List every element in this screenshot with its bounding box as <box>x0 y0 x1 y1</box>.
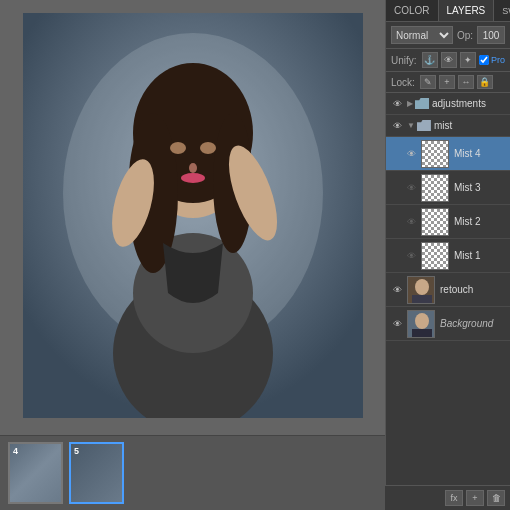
thumbnail-5[interactable]: 5 <box>69 442 124 504</box>
tab-layers[interactable]: LAYERS <box>439 0 495 21</box>
tab-bar: COLOR LAYERS SWATC... <box>386 0 510 22</box>
lock-position-btn[interactable]: + <box>439 75 455 89</box>
layer-mist3[interactable]: 👁 Mist 3 <box>386 171 510 205</box>
pro-checkbox: Pro <box>479 55 505 65</box>
expand-adjustments[interactable]: ▶ <box>407 99 413 108</box>
layer-mist4[interactable]: 👁 Mist 4 <box>386 137 510 171</box>
unify-visibility-btn[interactable]: 👁 <box>441 52 457 68</box>
unify-label: Unify: <box>391 55 417 66</box>
expand-mist[interactable]: ▼ <box>407 121 415 130</box>
opacity-input[interactable] <box>477 26 505 44</box>
unify-style-btn[interactable]: ✦ <box>460 52 476 68</box>
visibility-mist3[interactable]: 👁 <box>404 181 418 195</box>
blend-mode-select[interactable]: Normal <box>391 26 453 44</box>
visibility-mist4[interactable]: 👁 <box>404 147 418 161</box>
visibility-mist[interactable]: 👁 <box>390 119 404 133</box>
name-background: Background <box>440 318 506 329</box>
layer-mist1[interactable]: 👁 Mist 1 <box>386 239 510 273</box>
svg-rect-19 <box>412 329 432 338</box>
thumb-mist2 <box>421 208 449 236</box>
svg-point-8 <box>170 142 186 154</box>
photo-container <box>23 13 363 418</box>
add-fx-btn[interactable]: fx <box>445 490 463 506</box>
lock-row: Lock: ✎ + ↔ 🔒 <box>386 72 510 93</box>
unify-row: Unify: ⚓ 👁 ✦ Pro <box>386 49 510 72</box>
thumb-mist4 <box>421 140 449 168</box>
pro-check[interactable] <box>479 55 489 65</box>
name-retouch: retouch <box>440 284 506 295</box>
thumb-background <box>407 310 435 338</box>
lock-label: Lock: <box>391 77 415 88</box>
thumb-mist3 <box>421 174 449 202</box>
thumb-retouch <box>407 276 435 304</box>
visibility-mist1[interactable]: 👁 <box>404 249 418 263</box>
new-layer-btn[interactable]: + <box>466 490 484 506</box>
tab-color[interactable]: COLOR <box>386 0 439 21</box>
layer-group-mist[interactable]: 👁 ▼ mist <box>386 115 510 137</box>
pro-label: Pro <box>491 55 505 65</box>
tab-swatches[interactable]: SWATC... <box>494 0 510 21</box>
layers-list: 👁 ▶ adjustments 👁 ▼ mist 👁 Mist 4 👁 Mist… <box>386 93 510 341</box>
visibility-mist2[interactable]: 👁 <box>404 215 418 229</box>
lock-artboard-btn[interactable]: ↔ <box>458 75 474 89</box>
svg-point-10 <box>189 163 197 173</box>
folder-icon-adjustments <box>415 98 429 109</box>
blend-row: Normal Op: <box>386 22 510 49</box>
layer-mist2[interactable]: 👁 Mist 2 <box>386 205 510 239</box>
visibility-retouch[interactable]: 👁 <box>390 283 404 297</box>
canvas-area <box>0 0 385 430</box>
thumb-number-4: 4 <box>13 446 18 456</box>
lock-pixels-btn[interactable]: ✎ <box>420 75 436 89</box>
opacity-label: Op: <box>457 30 473 41</box>
thumb-mist1 <box>421 242 449 270</box>
visibility-background[interactable]: 👁 <box>390 317 404 331</box>
panels: COLOR LAYERS SWATC... Normal Op: Unify: … <box>385 0 510 510</box>
visibility-adjustments[interactable]: 👁 <box>390 97 404 111</box>
svg-point-18 <box>415 313 429 329</box>
folder-icon-mist <box>417 120 431 131</box>
svg-rect-16 <box>412 295 432 304</box>
layer-group-adjustments[interactable]: 👁 ▶ adjustments <box>386 93 510 115</box>
name-mist2: Mist 2 <box>454 216 506 227</box>
svg-point-11 <box>181 173 205 183</box>
lock-all-btn[interactable]: 🔒 <box>477 75 493 89</box>
layer-name-mist: mist <box>434 120 506 131</box>
unify-position-btn[interactable]: ⚓ <box>422 52 438 68</box>
layer-name-adjustments: adjustments <box>432 98 506 109</box>
name-mist3: Mist 3 <box>454 182 506 193</box>
layer-background[interactable]: 👁 Background <box>386 307 510 341</box>
name-mist4: Mist 4 <box>454 148 506 159</box>
photo-placeholder <box>23 13 363 418</box>
svg-point-15 <box>415 279 429 295</box>
filmstrip: 4 5 <box>0 435 385 510</box>
layer-retouch[interactable]: 👁 retouch <box>386 273 510 307</box>
svg-point-9 <box>200 142 216 154</box>
thumb-number-5: 5 <box>74 446 79 456</box>
panel-bottom: fx + 🗑 <box>385 485 510 510</box>
name-mist1: Mist 1 <box>454 250 506 261</box>
thumbnail-4[interactable]: 4 <box>8 442 63 504</box>
delete-layer-btn[interactable]: 🗑 <box>487 490 505 506</box>
